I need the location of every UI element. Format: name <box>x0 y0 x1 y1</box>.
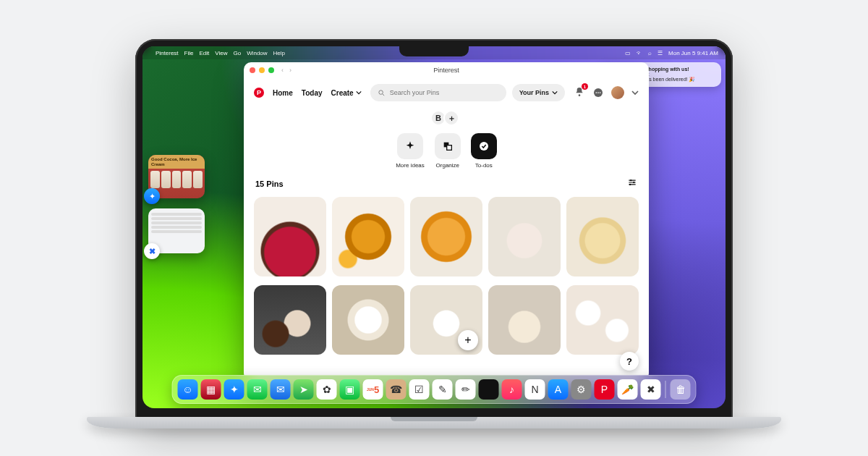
organize-button[interactable]: Organize <box>435 133 461 169</box>
help-button[interactable]: ? <box>620 352 639 371</box>
dock-calendar-icon[interactable]: JUN5 <box>363 379 383 400</box>
macos-dock: ☺▦✦✉✉➤✿▣JUN5☎☑✎✏♪NA⚙P🥕✖🗑 <box>172 375 697 404</box>
dock-tv-icon[interactable] <box>479 379 499 400</box>
wifi-icon[interactable]: ᯤ <box>637 50 642 56</box>
pin-thumbnail[interactable] <box>566 197 639 276</box>
pin-thumbnail[interactable] <box>410 197 482 276</box>
dock-pinterest-icon[interactable]: P <box>595 379 615 400</box>
pin-thumbnail[interactable] <box>566 285 639 355</box>
pin-thumbnail[interactable] <box>332 197 404 276</box>
your-pins-dropdown[interactable]: Your Pins <box>512 84 565 101</box>
safari-bubble-icon[interactable]: ✦ <box>144 188 160 204</box>
search-icon <box>378 89 386 97</box>
dock-safari-icon[interactable]: ✦ <box>224 379 244 400</box>
battery-icon[interactable]: ▭ <box>625 50 631 56</box>
svg-point-3 <box>595 92 597 93</box>
pin-thumbnail[interactable] <box>488 285 561 355</box>
dock-freeform-icon[interactable]: ✏ <box>456 379 476 400</box>
organize-icon <box>442 140 454 152</box>
window-traffic-lights[interactable] <box>250 67 274 73</box>
dock-launchpad-icon[interactable]: ▦ <box>201 379 221 400</box>
sliders-icon <box>627 177 637 187</box>
app-navbar: P Home Today Create Search your Pins You… <box>244 78 649 107</box>
menubar-item-edit[interactable]: Edit <box>199 50 209 56</box>
window-titlebar[interactable]: ‹ › Pinterest <box>244 62 649 78</box>
more-ideas-button[interactable]: More ideas <box>396 133 425 169</box>
laptop-frame: Pinterest File Edit View Go Window Help … <box>135 39 733 423</box>
svg-point-11 <box>629 184 631 185</box>
pin-thumbnail[interactable] <box>254 197 326 276</box>
dock-confluence-icon[interactable]: ✖ <box>641 379 661 400</box>
todos-button[interactable]: To-dos <box>471 133 497 169</box>
control-center-icon[interactable]: ☰ <box>658 50 663 56</box>
account-menu-chevron-icon[interactable] <box>631 89 639 96</box>
menubar-app-name[interactable]: Pinterest <box>156 50 179 56</box>
dock-mail-icon[interactable]: ✉ <box>271 379 291 400</box>
filter-button[interactable] <box>627 177 637 190</box>
menubar-item-file[interactable]: File <box>184 50 194 56</box>
pin-thumbnail[interactable] <box>332 285 404 355</box>
organize-label: Organize <box>436 162 459 169</box>
add-collaborator-icon[interactable]: ＋ <box>443 110 459 126</box>
nav-create[interactable]: Create <box>331 89 362 97</box>
laptop-base <box>87 417 781 428</box>
chevron-down-icon <box>356 90 362 96</box>
minimize-icon[interactable] <box>259 67 265 73</box>
pinterest-logo-icon[interactable]: P <box>254 88 264 98</box>
board-header: B ＋ More ideas Organize To-dos <box>244 107 649 174</box>
search-input[interactable]: Search your Pins <box>370 84 506 101</box>
notifications-button[interactable]: 1 <box>574 86 585 99</box>
menubar-clock[interactable]: Mon Jun 5 9:41 AM <box>668 50 718 56</box>
profile-avatar[interactable] <box>611 86 624 99</box>
dock-music-icon[interactable]: ♪ <box>502 379 522 400</box>
add-pin-fab[interactable]: + <box>458 330 478 350</box>
nav-create-label: Create <box>331 89 354 97</box>
search-status-icon[interactable]: ⌕ <box>648 50 652 56</box>
menubar-item-help[interactable]: Help <box>273 50 285 56</box>
close-icon[interactable] <box>250 67 255 73</box>
dock-finder-icon[interactable]: ☺ <box>178 379 198 400</box>
nav-today[interactable]: Today <box>302 89 323 97</box>
dock-reminders-icon[interactable]: ☑ <box>409 379 430 400</box>
dock-appstore-icon[interactable]: A <box>548 379 569 400</box>
app-bubble-icon[interactable]: ✖ <box>144 243 160 259</box>
menubar-item-view[interactable]: View <box>215 50 227 56</box>
pin-thumbnail[interactable] <box>488 197 561 276</box>
nav-home[interactable]: Home <box>273 89 293 97</box>
dock-news-icon[interactable]: N <box>525 379 545 400</box>
menubar-item-go[interactable]: Go <box>233 50 241 56</box>
sparkle-icon <box>404 140 416 152</box>
pin-count: 15 Pins <box>255 180 284 188</box>
svg-point-5 <box>600 92 601 93</box>
pin-thumbnail[interactable]: + <box>410 285 482 355</box>
notification-badge: 1 <box>582 83 588 90</box>
check-circle-icon <box>478 140 490 152</box>
board-collaborators[interactable]: B ＋ <box>433 110 459 126</box>
dock-messages-icon[interactable]: ✉ <box>247 379 268 400</box>
menubar-item-window[interactable]: Window <box>247 50 267 56</box>
svg-point-0 <box>378 90 383 93</box>
dock-separator <box>665 381 666 398</box>
search-placeholder: Search your Pins <box>390 89 440 96</box>
nav-forward-icon[interactable]: › <box>289 67 292 74</box>
svg-point-9 <box>630 180 631 181</box>
dock-photos-icon[interactable]: ✿ <box>317 379 337 400</box>
pin-thumbnail[interactable] <box>254 285 326 355</box>
svg-point-1 <box>579 94 581 96</box>
dock-contacts-icon[interactable]: ☎ <box>386 379 407 400</box>
dock-trash-icon[interactable]: 🗑 <box>671 379 691 400</box>
svg-rect-7 <box>446 145 451 151</box>
nav-back-icon[interactable]: ‹ <box>281 67 284 74</box>
dock-settings-icon[interactable]: ⚙ <box>571 379 592 400</box>
dock-instacart-icon[interactable]: 🥕 <box>618 379 638 400</box>
dock-facetime-icon[interactable]: ▣ <box>340 379 360 400</box>
fullscreen-icon[interactable] <box>268 67 274 73</box>
todos-label: To-dos <box>475 162 493 169</box>
widget-title: Good Cocoa, More Ice Cream <box>148 155 205 169</box>
messages-icon[interactable] <box>592 87 604 98</box>
svg-point-4 <box>597 92 599 93</box>
chevron-down-icon <box>552 90 558 96</box>
dock-maps-icon[interactable]: ➤ <box>294 379 314 400</box>
dock-notes-icon[interactable]: ✎ <box>433 379 453 400</box>
window-title: Pinterest <box>244 67 649 74</box>
